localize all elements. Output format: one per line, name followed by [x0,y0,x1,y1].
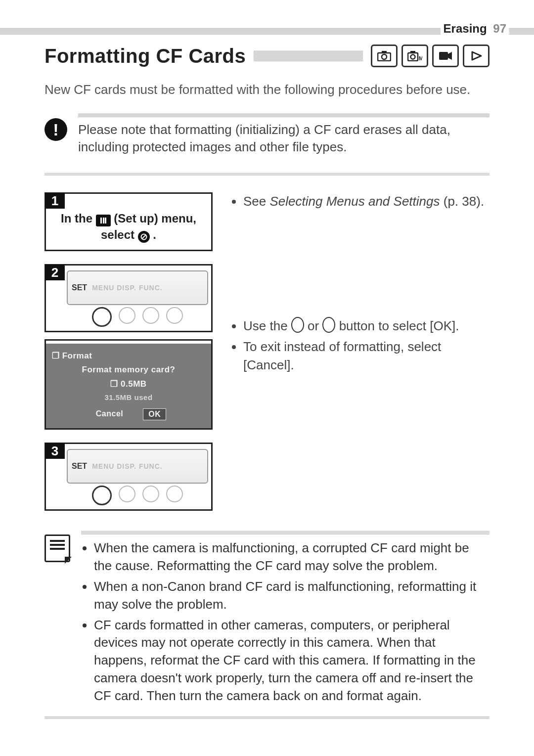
stripe-divider [44,716,490,719]
notes-icon [44,534,70,562]
stripe-divider [78,113,490,117]
svg-marker-9 [472,52,481,60]
set-label: SET [72,462,87,471]
wheel-icon [166,307,183,324]
manual-page: Erasing 97 Formatting CF Cards M New CF … [0,0,534,749]
svg-rect-2 [382,51,387,53]
lcd-size: ❐ 0.5MB [50,379,207,389]
lcd-used: 31.5MB used [50,393,207,401]
list-item: CF cards formatted in other cameras, com… [94,617,490,705]
step-2-lcd: ❐ Format Format memory card? ❐ 0.5MB 31.… [44,339,213,430]
notes-body: When the camera is malfunctioning, a cor… [81,531,490,708]
lcd-ok: OK [143,408,166,420]
steps-grid: 1 In the (Set up) menu, select . See Sel [44,192,490,511]
svg-rect-10 [100,218,102,223]
svg-rect-11 [103,218,104,223]
dial-labels: MENU DISP. FUNC. [92,284,163,292]
title-divider [254,50,363,61]
text: select [101,228,138,241]
set-label: SET [72,283,87,292]
lcd-buttons: Cancel OK [50,408,207,420]
list-item: When the camera is malfunctioning, a cor… [94,539,490,575]
text: . [153,228,156,241]
svg-rect-7 [439,52,448,60]
caution-text: Please note that formatting (initializin… [78,121,490,156]
list-item: To exit instead of formatting, select [C… [243,338,490,374]
notes-list: When the camera is malfunctioning, a cor… [81,539,490,705]
mode-icons: M [371,44,490,67]
wheel-icon [166,486,183,502]
running-header-text: Erasing 97 [441,22,509,36]
caution-callout: ! Please note that formatting (initializ… [44,113,490,156]
wheel-icon [142,307,159,324]
intro-text: New CF cards must be formatted with the … [44,81,490,98]
text: or [308,318,322,333]
camera-m-icon: M [401,44,428,67]
left-button-icon [291,317,304,333]
running-header: Erasing 97 [44,20,490,35]
step-3-card: 3 SET MENU DISP. FUNC. [44,443,213,511]
page-title: Formatting CF Cards [44,45,246,67]
section-name: Erasing [444,22,487,35]
step-number: 3 [45,443,65,459]
dial-wheels [67,307,208,327]
step-1-description: See Selecting Menus and Settings (p. 38)… [230,192,490,213]
stripe-divider [44,173,490,176]
lcd-screen: ❐ Format Format memory card? ❐ 0.5MB 31.… [46,344,211,428]
camera-dial-panel: SET MENU DISP. FUNC. [67,449,208,484]
title-row: Formatting CF Cards M [44,44,490,67]
step-2-description: Use the or button to select [OK]. To exi… [230,317,490,377]
lcd-title: ❐ Format [50,351,207,361]
camera-dial-panel: SET MENU DISP. FUNC. [67,270,208,305]
text: In the [61,212,96,225]
camera-icon [371,44,398,67]
step-2-card-group: 2 SET MENU DISP. FUNC. ❐ Format Format m… [44,264,213,430]
text: button to select [OK]. [339,318,459,333]
omni-selector-icon [92,307,112,327]
svg-rect-12 [105,218,106,223]
step-1-card: 1 In the (Set up) menu, select . [44,192,213,251]
setup-menu-icon [96,215,111,226]
list-item: See Selecting Menus and Settings (p. 38)… [243,192,490,210]
step-number: 2 [45,265,65,280]
step-1-instruction: In the (Set up) menu, select . [52,200,205,243]
right-button-icon [322,317,335,333]
lcd-cancel: Cancel [91,408,128,420]
wheel-icon [142,486,159,502]
svg-marker-8 [448,52,452,60]
text: Use the [243,318,291,333]
svg-rect-5 [410,51,415,53]
reference-title: Selecting Menus and Settings [270,194,440,209]
play-icon [463,44,490,67]
text: (p. 38). [444,194,484,209]
dial-labels: MENU DISP. FUNC. [92,462,163,470]
svg-line-14 [142,235,146,239]
svg-text:M: M [419,55,422,61]
stripe-divider [81,531,490,534]
warning-icon: ! [44,118,67,141]
notes-callout: When the camera is malfunctioning, a cor… [44,531,490,708]
page-number: 97 [493,22,506,35]
wheel-icon [119,486,135,502]
lcd-question: Format memory card? [50,365,207,375]
wheel-icon [119,307,135,324]
dial-wheels [67,486,208,505]
svg-point-1 [382,54,387,59]
format-icon [138,231,150,243]
text: (Set up) menu, [114,212,196,225]
caution-body: Please note that formatting (initializin… [78,113,490,156]
text: See [243,194,270,209]
movie-icon [432,44,459,67]
step-2-card: 2 SET MENU DISP. FUNC. [44,264,213,332]
step-number: 1 [45,193,65,209]
list-item: Use the or button to select [OK]. [243,317,490,335]
omni-selector-icon [92,486,112,505]
svg-point-4 [411,55,415,59]
list-item: When a non-Canon brand CF card is malfun… [94,578,490,614]
